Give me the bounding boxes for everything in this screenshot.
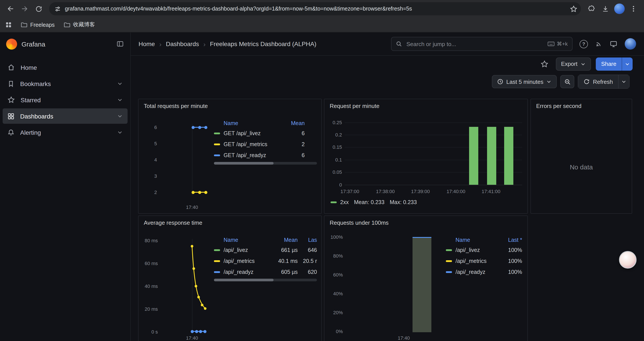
y-tick: 2 xyxy=(142,190,157,195)
series-mean: 2 xyxy=(277,141,305,147)
legend-scrollbar[interactable] xyxy=(214,279,317,281)
bar-100-percent xyxy=(412,237,432,332)
series-mean: 6 xyxy=(277,152,305,158)
url-bar[interactable]: grafana.mathmast.com/d/deytv4rwavabkb/fr… xyxy=(49,2,581,15)
sidebar-item-bookmarks[interactable]: Bookmarks xyxy=(3,76,128,91)
reload-icon[interactable] xyxy=(32,2,46,16)
y-tick: 40% xyxy=(326,291,343,296)
time-range-picker[interactable]: Last 5 minutes xyxy=(492,75,557,88)
panel-requests-under-100ms: Requests under 100ms 100% 80% 60% 40% 20… xyxy=(324,215,528,341)
x-tick: 17:40 xyxy=(181,335,203,340)
bookmark-icon xyxy=(8,80,14,87)
sidebar-item-starred[interactable]: Starred xyxy=(3,92,128,108)
search-input[interactable] xyxy=(406,40,544,48)
chevron-down-icon xyxy=(621,79,626,84)
y-tick: 20 ms xyxy=(140,306,158,311)
chevron-down-icon xyxy=(117,129,123,135)
site-settings-icon[interactable] xyxy=(54,6,61,12)
share-button[interactable]: Share xyxy=(596,57,622,71)
panel-total-requests: Total requests per minute 6 5 4 3 2 17:4… xyxy=(138,99,322,214)
series-name[interactable]: /api/_metrics xyxy=(224,258,270,264)
legend-header-mean[interactable]: Mean xyxy=(270,237,298,243)
bookmark-item[interactable]: 收藏博客 xyxy=(63,21,95,29)
bookmarks-bar: Freeleaps 收藏博客 xyxy=(0,18,644,33)
keyboard-icon xyxy=(548,41,554,47)
breadcrumb-dashboards[interactable]: Dashboards xyxy=(166,40,199,47)
sidebar-item-home[interactable]: Home xyxy=(3,60,128,75)
refresh-interval-button[interactable] xyxy=(618,75,630,89)
gridline xyxy=(192,239,192,333)
series-name[interactable]: GET /api/_livez xyxy=(224,130,277,136)
panel-title[interactable]: Average response time xyxy=(138,216,321,229)
help-icon[interactable]: ? xyxy=(580,40,588,48)
refresh-button[interactable]: Refresh xyxy=(578,75,618,89)
panel-title[interactable]: Requests under 100ms xyxy=(324,216,528,229)
apps-grid-icon[interactable] xyxy=(5,22,12,28)
legend-header-mean[interactable]: Mean xyxy=(277,120,305,126)
series-name[interactable]: GET /api/_metrics xyxy=(224,141,277,147)
sidebar-item-alerting[interactable]: Alerting xyxy=(3,125,128,140)
panel-title[interactable]: Errors per second xyxy=(531,99,632,112)
screen: grafana.mathmast.com/d/deytv4rwavabkb/fr… xyxy=(0,0,644,341)
y-tick: 0 s xyxy=(140,329,158,334)
response-time-curve xyxy=(138,216,321,341)
series-name[interactable]: /api/_readyz xyxy=(456,269,500,275)
sidebar-item-label: Home xyxy=(20,64,37,71)
share-menu-button[interactable] xyxy=(622,57,632,71)
chevron-down-icon xyxy=(546,79,552,84)
export-button[interactable]: Export xyxy=(556,57,591,71)
browser-menu-icon[interactable] xyxy=(626,2,640,16)
y-tick: 100% xyxy=(326,234,343,240)
series-color-dash xyxy=(214,154,220,156)
y-tick: 6 xyxy=(142,125,157,130)
brand-row: Grafana xyxy=(0,33,130,55)
legend-row: GET /api/_readyz 6 xyxy=(214,150,317,161)
sidebar-item-dashboards[interactable]: Dashboards xyxy=(3,108,128,124)
favorite-star-icon[interactable] xyxy=(538,57,551,71)
bar-2xx xyxy=(469,127,478,185)
legend-header-name[interactable]: Name xyxy=(214,237,270,243)
legend-row: /api/_metrics 100% xyxy=(446,255,522,266)
legend-row: GET /api/_metrics 2 xyxy=(214,139,317,150)
legend-scrollbar[interactable] xyxy=(214,162,317,165)
panel-legend: Name Last * /api/_livez 100% /api/_metri… xyxy=(446,235,522,277)
extensions-icon[interactable] xyxy=(584,2,598,16)
panel-title[interactable]: Total requests per minute xyxy=(138,99,321,112)
download-icon[interactable] xyxy=(598,2,612,16)
forward-icon[interactable] xyxy=(18,2,32,16)
panel-legend: Name Mean GET /api/_livez 6 GET /api/_me… xyxy=(214,119,317,161)
sidebar-item-label: Alerting xyxy=(20,129,41,136)
search-box[interactable]: ⌘+k xyxy=(391,37,572,51)
brand-name: Grafana xyxy=(22,40,112,48)
breadcrumb-separator: › xyxy=(204,40,206,48)
legend-header-name[interactable]: Name xyxy=(214,120,277,126)
legend-header-name[interactable]: Name xyxy=(446,237,500,243)
zoom-out-button[interactable] xyxy=(560,75,574,88)
grafana-logo[interactable] xyxy=(6,38,17,49)
panel-errors-per-second: Errors per second No data xyxy=(530,99,632,214)
browser-profile-avatar[interactable] xyxy=(612,2,626,16)
legend-item[interactable]: 2xx xyxy=(330,199,349,205)
breadcrumb-home[interactable]: Home xyxy=(138,40,155,47)
series-name[interactable]: /api/_livez xyxy=(224,247,270,253)
bookmark-item[interactable]: Freeleaps xyxy=(20,22,54,28)
back-icon[interactable] xyxy=(4,2,18,16)
series-metrics xyxy=(192,190,207,194)
series-name[interactable]: /api/_metrics xyxy=(456,258,500,264)
display-icon[interactable] xyxy=(610,40,617,48)
dashboard-actions: Export Share xyxy=(131,56,644,72)
series-name[interactable]: /api/_livez xyxy=(456,247,500,253)
legend-header-last[interactable]: Last * xyxy=(500,237,522,243)
series-mean: 6 xyxy=(277,130,305,136)
news-icon[interactable] xyxy=(595,40,602,47)
assistant-avatar[interactable] xyxy=(619,251,636,269)
series-name[interactable]: /api/_readyz xyxy=(224,269,270,275)
series-name[interactable]: GET /api/_readyz xyxy=(224,152,277,158)
legend-header-last[interactable]: Las xyxy=(298,237,317,243)
sidebar-collapse-icon[interactable] xyxy=(116,40,124,48)
header-icons: ? xyxy=(580,38,636,50)
user-avatar[interactable] xyxy=(625,38,636,50)
panel-title[interactable]: Request per minute xyxy=(324,99,528,112)
bookmark-star-icon[interactable] xyxy=(570,5,577,13)
x-tick: 17:41:00 xyxy=(477,189,505,194)
